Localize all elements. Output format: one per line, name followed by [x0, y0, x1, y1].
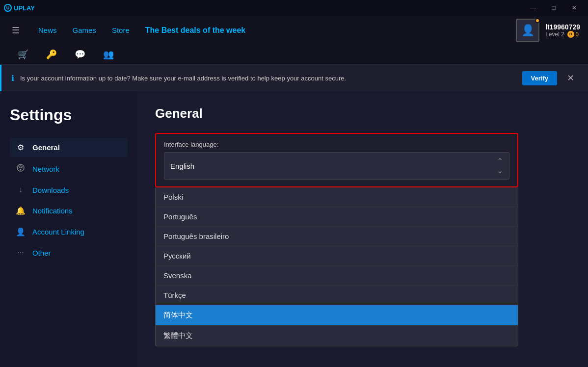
section-title: General	[155, 106, 570, 121]
bell-icon: 🔔	[16, 206, 26, 215]
verify-button[interactable]: Verify	[522, 71, 557, 85]
sidebar-label-downloads: Downloads	[32, 186, 69, 194]
sidebar-item-downloads[interactable]: ↓ Downloads	[10, 181, 128, 199]
username: lt19960729	[545, 23, 580, 31]
language-box: Interface language: English ⌃⌄	[155, 133, 518, 187]
avatar-icon: 👤	[521, 24, 535, 37]
language-option-portugues-br[interactable]: Português brasileiro	[156, 227, 518, 246]
online-dot	[535, 18, 540, 23]
cart-icon[interactable]: 🛒	[14, 47, 32, 62]
nav-news[interactable]: News	[31, 22, 64, 38]
minimize-button[interactable]: —	[523, 1, 543, 15]
window-controls: — □ ✕	[523, 1, 584, 15]
settings-sidebar: Settings ⚙ General Network ↓ Downloads 🔔…	[0, 91, 137, 367]
user-level-row: Level 2 U 0	[545, 31, 580, 38]
main-layout: Settings ⚙ General Network ↓ Downloads 🔔…	[0, 91, 588, 367]
nav-deals[interactable]: The Best deals of the week	[138, 22, 253, 39]
language-option-simplified-chinese[interactable]: 简体中文	[156, 305, 518, 326]
upoint-display: U 0	[567, 31, 579, 38]
current-language: English	[170, 162, 194, 170]
upoint-value: 0	[576, 31, 579, 37]
upoint-icon: U	[567, 31, 574, 38]
friends-icon[interactable]: 👥	[99, 47, 118, 62]
info-icon: ℹ	[11, 74, 14, 83]
sidebar-label-network: Network	[32, 165, 59, 173]
dots-icon: ···	[16, 248, 26, 257]
language-option-traditional-chinese[interactable]: 繁體中文	[156, 326, 518, 346]
sidebar-label-general: General	[32, 143, 60, 152]
sidebar-item-account-linking[interactable]: 👤 Account Linking	[10, 222, 128, 241]
user-level-text: Level 2	[545, 31, 564, 38]
settings-title: Settings	[10, 106, 128, 124]
settings-content: General Interface language: English ⌃⌄ P…	[137, 91, 588, 367]
maximize-button[interactable]: □	[544, 1, 563, 15]
nav-games[interactable]: Games	[66, 22, 103, 38]
account-banner: ℹ Is your account information up to date…	[0, 65, 588, 91]
sidebar-item-network[interactable]: Network	[10, 159, 128, 179]
navbar-top: ☰ News Games Store The Best deals of the…	[0, 16, 588, 45]
language-option-russian[interactable]: Русский	[156, 246, 518, 266]
nav-links: News Games Store The Best deals of the w…	[31, 22, 512, 39]
language-option-turkce[interactable]: Türkçe	[156, 286, 518, 305]
logo-circle: U	[4, 4, 12, 12]
svg-point-1	[20, 169, 22, 171]
sidebar-label-other: Other	[32, 249, 51, 257]
key-icon[interactable]: 🔑	[42, 47, 61, 62]
user-info: lt19960729 Level 2 U 0	[545, 23, 580, 38]
titlebar-left: U UPLAY	[4, 4, 35, 12]
language-select[interactable]: English ⌃⌄	[164, 152, 509, 180]
gear-icon: ⚙	[16, 143, 26, 152]
close-button[interactable]: ✕	[564, 1, 584, 15]
navbar: ☰ News Games Store The Best deals of the…	[0, 16, 588, 65]
nav-right: 👤 lt19960729 Level 2 U 0	[516, 19, 580, 42]
banner-close-icon[interactable]: ✕	[563, 71, 578, 85]
chevron-up-down-icon: ⌃⌄	[497, 157, 503, 175]
language-option-portugues[interactable]: Português	[156, 207, 518, 227]
chat-icon[interactable]: 💬	[71, 47, 89, 62]
app-logo: U UPLAY	[4, 4, 35, 12]
hamburger-menu[interactable]: ☰	[8, 21, 24, 40]
sidebar-item-notifications[interactable]: 🔔 Notifications	[10, 201, 128, 220]
app-name: UPLAY	[14, 4, 35, 12]
nav-store[interactable]: Store	[105, 22, 136, 38]
network-icon	[16, 164, 26, 174]
sidebar-item-general[interactable]: ⚙ General	[10, 138, 128, 157]
sidebar-label-notifications: Notifications	[32, 207, 73, 215]
language-option-polski[interactable]: Polski	[156, 187, 518, 207]
banner-text: Is your account information up to date? …	[20, 75, 516, 82]
navbar-bottom: 🛒 🔑 💬 👥	[0, 45, 588, 64]
sidebar-label-account-linking: Account Linking	[32, 228, 84, 236]
account-icon: 👤	[16, 227, 26, 236]
language-dropdown-list: Polski Português Português brasileiro Ру…	[155, 187, 518, 346]
language-option-svenska[interactable]: Svenska	[156, 266, 518, 286]
language-label: Interface language:	[164, 141, 509, 148]
titlebar: U UPLAY — □ ✕	[0, 0, 588, 16]
download-icon: ↓	[16, 185, 26, 194]
sidebar-item-other[interactable]: ··· Other	[10, 243, 128, 262]
user-avatar[interactable]: 👤	[516, 19, 539, 42]
